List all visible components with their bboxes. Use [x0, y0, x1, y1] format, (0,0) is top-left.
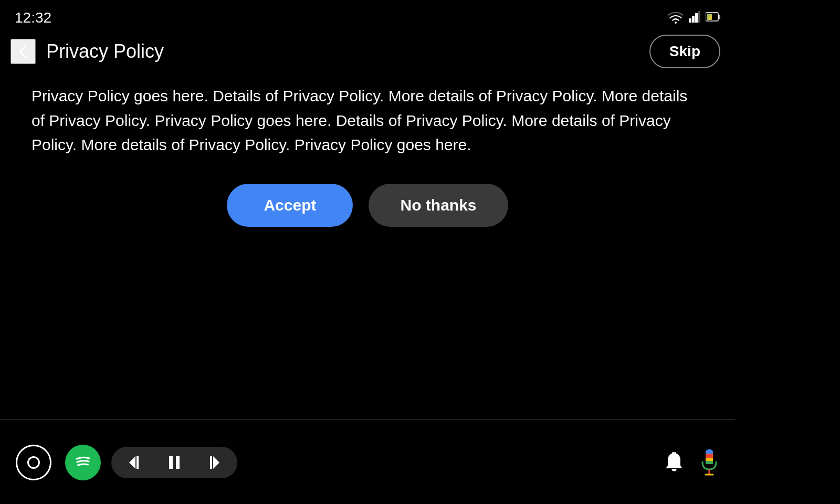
previous-button[interactable]	[127, 453, 146, 472]
bottom-bar	[0, 421, 735, 504]
status-time: 12:32	[15, 9, 51, 26]
svg-text:⚡: ⚡	[707, 15, 713, 21]
bottom-separator	[0, 419, 735, 420]
main-content: Privacy Policy goes here. Details of Pri…	[0, 74, 735, 243]
media-controls	[111, 447, 237, 478]
record-icon	[27, 456, 40, 469]
header-left: Privacy Policy	[10, 39, 164, 64]
next-button[interactable]	[203, 453, 222, 472]
svg-rect-21	[706, 461, 713, 464]
svg-rect-0	[689, 18, 691, 23]
page-title: Privacy Policy	[46, 40, 164, 62]
svg-rect-13	[210, 456, 212, 469]
svg-rect-9	[136, 456, 139, 469]
spotify-icon	[72, 451, 93, 474]
signal-icon	[689, 11, 700, 25]
back-button[interactable]	[10, 39, 36, 64]
policy-text: Privacy Policy goes here. Details of Pri…	[32, 84, 704, 158]
record-button[interactable]	[16, 445, 51, 480]
skip-button[interactable]: Skip	[649, 35, 720, 68]
svg-rect-2	[695, 13, 698, 23]
buttons-row: Accept No thanks	[32, 184, 704, 227]
header: Privacy Policy Skip	[0, 32, 735, 74]
svg-rect-18	[706, 454, 713, 458]
pause-button[interactable]	[165, 453, 184, 472]
svg-marker-12	[213, 456, 219, 469]
svg-rect-3	[698, 11, 700, 23]
svg-marker-8	[129, 456, 135, 469]
status-bar: 12:32 ⚡	[0, 0, 735, 32]
svg-rect-5	[718, 15, 720, 19]
svg-rect-10	[169, 456, 173, 469]
microphone-button[interactable]	[699, 448, 719, 477]
svg-rect-11	[176, 456, 180, 469]
notification-button[interactable]	[663, 451, 686, 474]
spotify-button[interactable]	[65, 445, 101, 480]
accept-button[interactable]: Accept	[227, 184, 353, 227]
wifi-icon	[668, 12, 684, 24]
svg-rect-1	[692, 16, 695, 23]
battery-icon: ⚡	[706, 11, 720, 25]
no-thanks-button[interactable]: No thanks	[369, 184, 508, 227]
status-icons: ⚡	[668, 11, 720, 25]
